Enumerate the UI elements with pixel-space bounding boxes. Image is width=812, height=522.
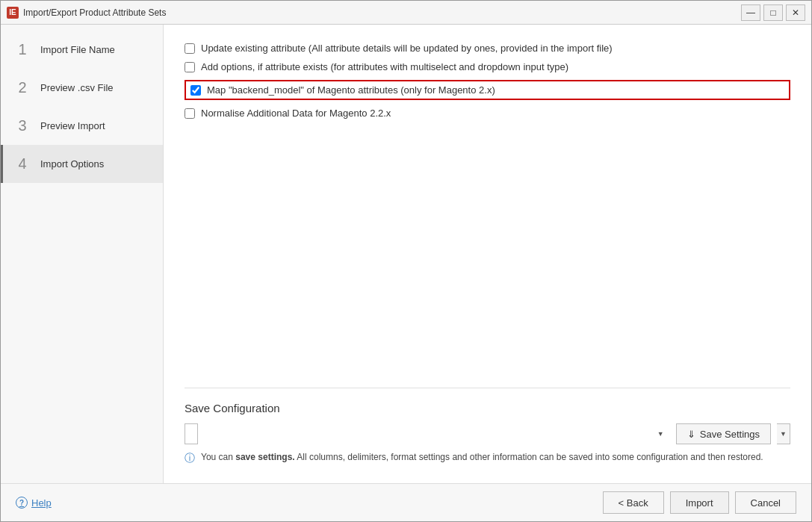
checkbox-row-4[interactable]: Normalise Additional Data for Magento 2.… <box>185 108 790 119</box>
close-button[interactable]: ✕ <box>786 4 805 21</box>
save-settings-dropdown[interactable]: ▼ <box>777 423 790 444</box>
info-row: ⓘ You can save settings. All columns, de… <box>185 452 790 474</box>
sidebar-item-import-file[interactable]: 1 Import File Name <box>1 31 163 69</box>
config-select-wrapper <box>185 423 670 444</box>
info-suffix: All columns, delimiters, format settings… <box>295 452 763 462</box>
checkbox-row-3-highlighted[interactable]: Map "backend_model" of Magento attribute… <box>185 80 790 100</box>
save-settings-label: Save Settings <box>700 429 760 440</box>
checkbox-label-3: Map "backend_model" of Magento attribute… <box>207 84 495 96</box>
checkbox-update-existing[interactable] <box>185 43 195 54</box>
config-select[interactable] <box>185 423 198 444</box>
checkbox-label-4: Normalise Additional Data for Magento 2.… <box>201 108 391 119</box>
sidebar-num-2: 2 <box>15 79 30 96</box>
spacer <box>185 134 790 388</box>
save-icon: ⇓ <box>687 429 695 440</box>
sidebar: 1 Import File Name 2 Preview .csv File 3… <box>1 25 164 483</box>
help-icon: ? <box>16 497 28 509</box>
checkbox-row-2[interactable]: Add options, if attribute exists (for at… <box>185 61 790 72</box>
import-button[interactable]: Import <box>670 491 729 514</box>
sidebar-item-preview-import[interactable]: 3 Preview Import <box>1 107 163 145</box>
main-content: 1 Import File Name 2 Preview .csv File 3… <box>1 25 811 483</box>
minimize-button[interactable]: — <box>741 4 760 21</box>
info-prefix: You can <box>201 452 235 462</box>
sidebar-num-1: 1 <box>15 41 30 58</box>
cancel-button[interactable]: Cancel <box>735 491 796 514</box>
checkbox-map-backend-model[interactable] <box>190 85 201 96</box>
config-row: ⇓ Save Settings ▼ <box>185 423 790 444</box>
info-icon: ⓘ <box>185 452 195 465</box>
window-controls: — □ ✕ <box>741 4 805 21</box>
help-label: Help <box>31 497 52 509</box>
save-config-section: Save Configuration ⇓ Save Settings ▼ ⓘ <box>185 388 790 483</box>
window-title: Import/Export Product Attribute Sets <box>23 7 741 18</box>
app-icon: IE <box>7 7 19 19</box>
checkbox-label-2: Add options, if attribute exists (for at… <box>201 61 568 72</box>
options-section: Update existing attribute (All attribute… <box>185 43 790 119</box>
info-bold: save settings. <box>235 452 294 462</box>
footer: ? Help < Back Import Cancel <box>1 483 811 521</box>
save-settings-button[interactable]: ⇓ Save Settings <box>676 423 771 444</box>
footer-buttons: < Back Import Cancel <box>603 491 796 514</box>
checkbox-add-options[interactable] <box>185 62 195 72</box>
title-bar: IE Import/Export Product Attribute Sets … <box>1 1 811 25</box>
maximize-button[interactable]: □ <box>763 4 783 21</box>
sidebar-num-3: 3 <box>15 117 30 134</box>
content-area: Update existing attribute (All attribute… <box>164 25 811 483</box>
sidebar-label-1: Import File Name <box>40 44 115 55</box>
sidebar-label-4: Import Options <box>40 158 104 170</box>
info-text: You can save settings. All columns, deli… <box>201 452 763 462</box>
sidebar-item-import-options[interactable]: 4 Import Options <box>1 145 163 183</box>
main-window: IE Import/Export Product Attribute Sets … <box>0 0 812 522</box>
sidebar-label-2: Preview .csv File <box>40 82 114 93</box>
sidebar-label-3: Preview Import <box>40 120 105 131</box>
help-link[interactable]: ? Help <box>16 497 52 509</box>
checkbox-row-1[interactable]: Update existing attribute (All attribute… <box>185 43 790 54</box>
checkbox-normalise[interactable] <box>185 108 195 119</box>
checkbox-label-1: Update existing attribute (All attribute… <box>201 43 613 54</box>
back-button[interactable]: < Back <box>603 491 664 514</box>
sidebar-item-preview-csv[interactable]: 2 Preview .csv File <box>1 69 163 107</box>
save-config-title: Save Configuration <box>185 402 790 414</box>
sidebar-num-4: 4 <box>15 155 30 173</box>
